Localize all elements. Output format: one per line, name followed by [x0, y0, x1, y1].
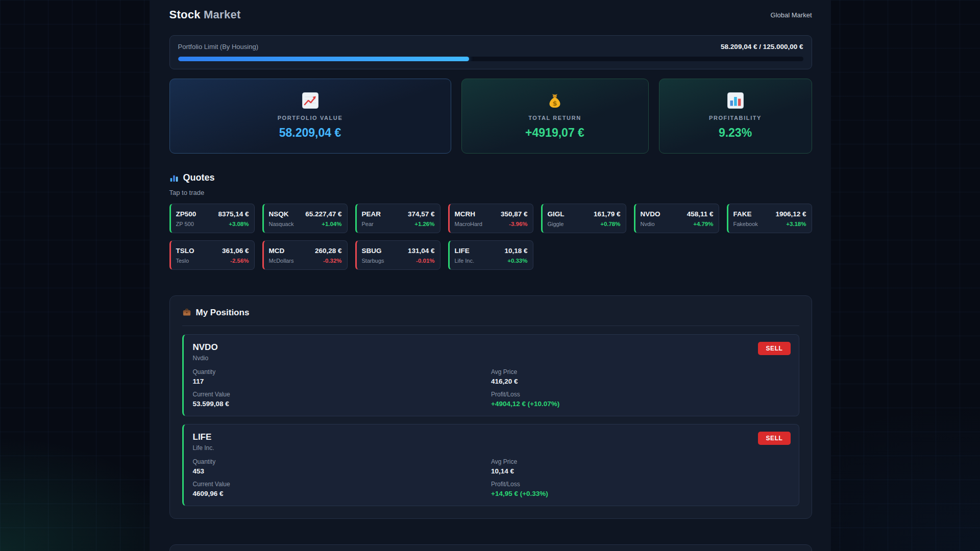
profit-loss-label: Profit/Loss	[491, 481, 790, 488]
quote-change: +0.33%	[507, 258, 527, 264]
quote-ticker: MCRH	[455, 210, 476, 218]
quote-price: 458,11 €	[687, 210, 714, 218]
portfolio-value-label: PORTFOLIO VALUE	[175, 115, 446, 121]
quote-ticker: ZP500	[176, 210, 197, 218]
page-title-primary: Stock	[169, 8, 201, 21]
quotes-grid: ZP5008375,14 € ZP 500+3.08% NSQK65.227,4…	[169, 204, 812, 270]
quote-ticker: TSLO	[176, 247, 194, 255]
quote-card-sbug[interactable]: SBUG131,04 € Starbugs-0.01%	[355, 240, 440, 270]
quote-ticker: NVDO	[641, 210, 660, 218]
current-value-field: Current Value 53.599,08 €	[193, 391, 492, 408]
quote-card-nsqk[interactable]: NSQK65.227,47 € Nasquack+1.04%	[262, 204, 348, 233]
position-company: Life Inc.	[193, 444, 790, 452]
quote-change: -0.01%	[416, 258, 434, 264]
total-return-card: $ TOTAL RETURN +4919,07 €	[461, 79, 649, 154]
quote-company-name: MacroHard	[455, 221, 482, 227]
quote-company-name: Nasquack	[269, 221, 294, 227]
profitability-label: PROFITABILITY	[665, 115, 806, 121]
money-bag-icon: $	[546, 92, 564, 109]
quote-price: 260,28 €	[315, 247, 342, 255]
stats-row: PORTFOLIO VALUE 58.209,04 € $ TOTAL RETU…	[169, 79, 812, 154]
quote-change: -2.56%	[230, 258, 249, 264]
profitability-amount: 9.23%	[665, 126, 806, 140]
quote-card-fake[interactable]: FAKE1906,12 € Fakebook+3.18%	[727, 204, 812, 233]
quote-card-pear[interactable]: PEAR374,57 € Pear+1.26%	[355, 204, 440, 233]
quote-card-tslo[interactable]: TSLO361,06 € Teslo-2.56%	[169, 240, 255, 270]
quote-company-name: Fakebook	[733, 221, 758, 227]
history-section: Historical Realized Performance	[169, 544, 812, 551]
profit-loss-value: +14,95 € (+0.33%)	[491, 490, 790, 497]
quantity-field: Quantity 117	[193, 368, 492, 385]
current-value-label: Current Value	[193, 391, 492, 398]
tap-to-trade-hint: Tap to trade	[169, 189, 812, 196]
positions-heading: My Positions	[182, 308, 799, 318]
quotes-heading: Quotes	[169, 172, 812, 183]
page-title-secondary: Market	[204, 8, 241, 21]
page-title: StockMarket	[169, 8, 241, 21]
position-card-nvdo: SELL NVDO Nvdio Quantity 117 Avg Price 4…	[182, 334, 799, 416]
bar-chart-icon	[169, 173, 179, 183]
profit-loss-field: Profit/Loss +14,95 € (+0.33%)	[491, 481, 790, 497]
quote-price: 374,57 €	[408, 210, 435, 218]
avg-price-label: Avg Price	[491, 368, 790, 375]
quote-change: -3.96%	[509, 221, 527, 227]
avg-price-label: Avg Price	[491, 458, 790, 465]
briefcase-icon	[182, 308, 191, 317]
quote-card-mcd[interactable]: MCD260,28 € McDollars-0.32%	[262, 240, 348, 270]
quote-company-name: Teslo	[176, 258, 189, 264]
quote-company-name: Pear	[362, 221, 374, 227]
position-ticker: NVDO	[193, 342, 790, 353]
avg-price-value: 10,14 €	[491, 467, 790, 475]
sell-button[interactable]: SELL	[758, 432, 790, 445]
quote-price: 131,04 €	[408, 247, 435, 255]
sell-button[interactable]: SELL	[758, 342, 790, 355]
portfolio-limit-value: 58.209,04 € / 125.000,00 €	[721, 43, 803, 51]
quote-card-gigl[interactable]: GIGL161,79 € Giggle+0.78%	[541, 204, 626, 233]
quote-company-name: McDollars	[269, 258, 294, 264]
quantity-label: Quantity	[193, 368, 492, 375]
portfolio-limit-progress-fill	[178, 57, 469, 61]
positions-section: My Positions SELL NVDO Nvdio Quantity 11…	[169, 295, 812, 519]
quote-card-zp500[interactable]: ZP5008375,14 € ZP 500+3.08%	[169, 204, 255, 233]
current-value-value: 53.599,08 €	[193, 400, 492, 408]
bar-chart-icon	[727, 92, 744, 109]
avg-price-value: 416,20 €	[491, 378, 790, 385]
quote-card-mcrh[interactable]: MCRH350,87 € MacroHard-3.96%	[448, 204, 533, 233]
profitability-card: PROFITABILITY 9.23%	[659, 79, 812, 154]
quote-ticker: PEAR	[362, 210, 381, 218]
portfolio-limit-label: Portfolio Limit (By Housing)	[178, 43, 259, 51]
portfolio-limit-progressbar	[178, 57, 803, 61]
quote-company-name: Giggle	[548, 221, 564, 227]
positions-title: My Positions	[196, 308, 250, 318]
quote-price: 350,87 €	[501, 210, 528, 218]
avg-price-field: Avg Price 10,14 €	[491, 458, 790, 475]
portfolio-limit-card: Portfolio Limit (By Housing) 58.209,04 €…	[169, 35, 812, 69]
avg-price-field: Avg Price 416,20 €	[491, 368, 790, 385]
quantity-field: Quantity 453	[193, 458, 492, 475]
quote-change: -0.32%	[323, 258, 341, 264]
position-company: Nvdio	[193, 355, 790, 362]
quote-change: +3.18%	[786, 221, 806, 227]
quantity-value: 453	[193, 467, 492, 475]
quote-ticker: SBUG	[362, 247, 382, 255]
quote-card-life[interactable]: LIFE10,18 € Life Inc.+0.33%	[448, 240, 533, 270]
quote-ticker: NSQK	[269, 210, 289, 218]
total-return-amount: +4919,07 €	[467, 126, 643, 140]
global-market-label: Global Market	[771, 11, 812, 19]
quote-price: 65.227,47 €	[305, 210, 341, 218]
divider	[182, 325, 799, 326]
svg-text:$: $	[552, 99, 557, 107]
quote-company-name: ZP 500	[176, 221, 194, 227]
quote-change: +3.08%	[229, 221, 249, 227]
quote-ticker: LIFE	[455, 247, 470, 255]
quote-price: 361,06 €	[222, 247, 249, 255]
quote-ticker: FAKE	[733, 210, 752, 218]
position-ticker: LIFE	[193, 432, 790, 442]
quote-price: 10,18 €	[504, 247, 527, 255]
quote-price: 161,79 €	[594, 210, 621, 218]
quote-change: +4.79%	[693, 221, 713, 227]
quotes-title: Quotes	[183, 172, 215, 183]
portfolio-value-amount: 58.209,04 €	[175, 126, 446, 140]
quote-change: +1.04%	[322, 221, 341, 227]
quote-card-nvdo[interactable]: NVDO458,11 € Nvdio+4.79%	[634, 204, 719, 233]
